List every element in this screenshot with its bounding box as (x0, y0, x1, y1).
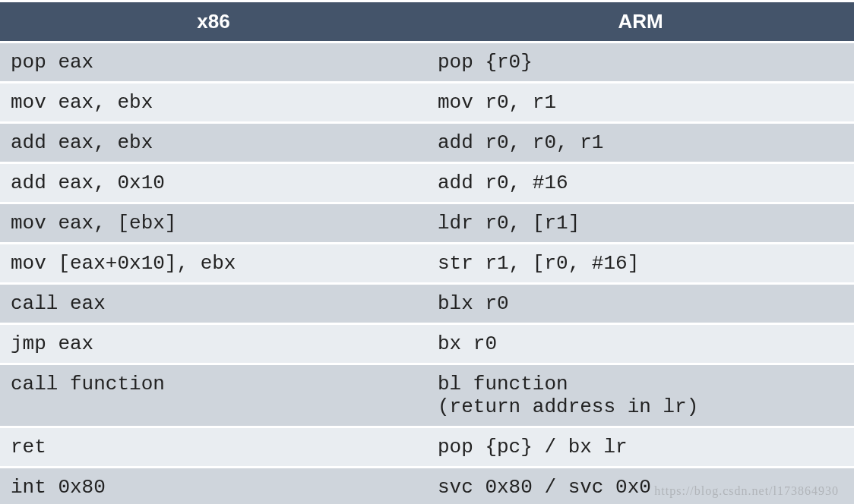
table-row: int 0x80 svc 0x80 / svc 0x0 (0, 468, 854, 504)
table-row: mov [eax+0x10], ebx str r1, [r0, #16] (0, 244, 854, 282)
cell-arm: svc 0x80 / svc 0x0 (427, 468, 854, 504)
cell-arm: add r0, r0, r1 (427, 124, 854, 162)
cell-arm: bl function (return address in lr) (427, 365, 854, 426)
cell-x86: add eax, 0x10 (0, 164, 427, 202)
cell-arm: ldr r0, [r1] (427, 204, 854, 242)
cell-arm: pop {r0} (427, 43, 854, 81)
table-row: ret pop {pc} / bx lr (0, 428, 854, 466)
table-row: mov eax, ebx mov r0, r1 (0, 83, 854, 121)
cell-x86: jmp eax (0, 325, 427, 363)
cell-arm: mov r0, r1 (427, 83, 854, 121)
table-row: add eax, 0x10 add r0, #16 (0, 164, 854, 202)
cell-x86: int 0x80 (0, 468, 427, 504)
cell-x86: pop eax (0, 43, 427, 81)
header-arm: ARM (427, 2, 854, 41)
cell-x86: mov eax, ebx (0, 83, 427, 121)
table-row: jmp eax bx r0 (0, 325, 854, 363)
cell-arm: add r0, #16 (427, 164, 854, 202)
cell-arm: str r1, [r0, #16] (427, 244, 854, 282)
cell-x86: add eax, ebx (0, 124, 427, 162)
table-row: add eax, ebx add r0, r0, r1 (0, 124, 854, 162)
instruction-comparison-table: x86 ARM pop eax pop {r0} mov eax, ebx mo… (0, 0, 854, 504)
cell-x86: call function (0, 365, 427, 426)
table-row: call eax blx r0 (0, 285, 854, 323)
cell-arm: pop {pc} / bx lr (427, 428, 854, 466)
header-x86: x86 (0, 2, 427, 41)
cell-arm: bx r0 (427, 325, 854, 363)
table-header-row: x86 ARM (0, 2, 854, 41)
table-row: pop eax pop {r0} (0, 43, 854, 81)
cell-x86: mov [eax+0x10], ebx (0, 244, 427, 282)
table-row: mov eax, [ebx] ldr r0, [r1] (0, 204, 854, 242)
table-row: call function bl function (return addres… (0, 365, 854, 426)
cell-arm: blx r0 (427, 285, 854, 323)
cell-x86: call eax (0, 285, 427, 323)
cell-x86: ret (0, 428, 427, 466)
cell-x86: mov eax, [ebx] (0, 204, 427, 242)
